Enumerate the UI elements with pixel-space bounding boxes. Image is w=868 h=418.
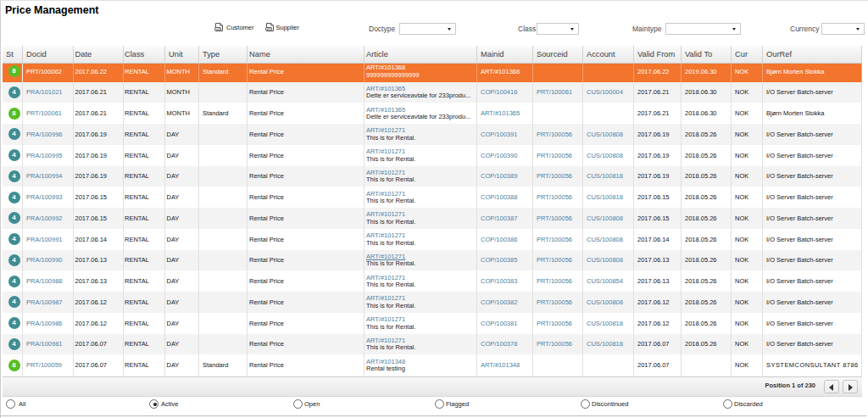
- svg-text:CUS: CUS: [215, 27, 220, 31]
- svg-text:SUP: SUP: [266, 27, 271, 31]
